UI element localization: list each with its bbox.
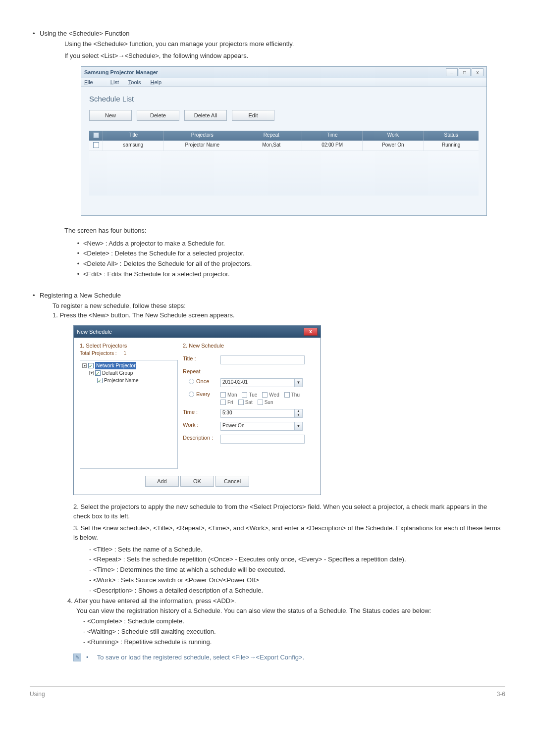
step2-text: 2. Select the projectors to apply the ne… xyxy=(73,502,505,521)
title-input[interactable] xyxy=(220,355,305,364)
section2-line2: 1. Press the <New> button. The New Sched… xyxy=(53,310,505,320)
section2-title: Registering a New Schedule xyxy=(40,292,121,299)
once-label: Once xyxy=(196,378,209,384)
close-icon[interactable]: x xyxy=(472,68,483,76)
menu-file[interactable]: File xyxy=(84,79,101,85)
section1-title: Using the <Schedule> Function xyxy=(40,30,129,37)
thu-checkbox[interactable] xyxy=(284,392,290,398)
term-repeat: - <Repeat> : Sets the schedule repetitio… xyxy=(89,554,505,565)
cell-projectors: Projector Name xyxy=(164,141,241,151)
tree-checkbox[interactable] xyxy=(97,378,103,383)
term-time: - <Time> : Determines the time at which … xyxy=(89,565,505,575)
tree-root[interactable]: Network Projector xyxy=(95,362,136,369)
add-button[interactable]: Add xyxy=(145,476,179,487)
total-projectors-value: 1 xyxy=(123,351,126,356)
mon-checkbox[interactable] xyxy=(220,392,226,398)
col-work[interactable]: Work xyxy=(363,131,424,141)
window-title: Samsung Projector Manager xyxy=(84,69,158,75)
dropdown-icon[interactable]: ▼ xyxy=(295,378,303,387)
btn-desc-delete: <Delete> : Deletes the Schedule for a se… xyxy=(83,249,245,259)
minimize-icon[interactable]: – xyxy=(446,68,458,76)
tree-leaf[interactable]: Projector Name xyxy=(104,377,138,384)
col-title[interactable]: Title xyxy=(103,131,164,141)
once-radio[interactable] xyxy=(189,379,194,384)
title-label: Title : xyxy=(183,355,217,361)
sun-checkbox[interactable] xyxy=(258,400,263,405)
delete-button[interactable]: Delete xyxy=(137,110,179,121)
work-label: Work : xyxy=(183,422,217,428)
total-projectors-label: Total Projectors : xyxy=(80,351,116,356)
note-text: To save or load the registered schedule,… xyxy=(97,654,304,661)
projector-tree[interactable]: ▾Network Projector ▾Default Group Projec… xyxy=(80,360,178,469)
tue-checkbox[interactable] xyxy=(242,392,247,398)
cell-time: 02:00 PM xyxy=(302,141,363,151)
status-running: - <Running> : Repetitive schedule is run… xyxy=(83,637,505,648)
cell-title: samsung xyxy=(103,141,164,151)
col-projectors[interactable]: Projectors xyxy=(164,131,241,141)
step4a-text: You can view the registration history of… xyxy=(76,606,505,616)
collapse-icon[interactable]: ▾ xyxy=(89,371,94,375)
time-input[interactable]: 5:30 xyxy=(220,409,295,418)
col-check[interactable] xyxy=(89,131,103,141)
menu-tools[interactable]: Tools xyxy=(128,79,141,85)
table-row[interactable]: samsung Projector Name Mon,Sat 02:00 PM … xyxy=(89,141,479,151)
description-label: Description : xyxy=(183,435,217,441)
btn-desc-delete-all: <Delete All> : Deletes the Schedule for … xyxy=(83,259,252,269)
schedule-grid: Title Projectors Repeat Time Work Status… xyxy=(89,131,479,196)
once-date-input[interactable]: 2010-02-01 xyxy=(220,378,295,387)
maximize-icon[interactable]: □ xyxy=(459,68,471,76)
collapse-icon[interactable]: ▾ xyxy=(82,363,87,368)
section1-line1: Using the <Schedule> function, you can m… xyxy=(64,39,505,49)
new-button[interactable]: New xyxy=(89,110,132,121)
select-projectors-heading: 1. Select Projectors xyxy=(80,343,178,349)
close-icon[interactable]: x xyxy=(304,328,318,336)
sat-checkbox[interactable] xyxy=(238,400,244,405)
menu-list[interactable]: List xyxy=(110,79,119,85)
fri-checkbox[interactable] xyxy=(220,400,226,405)
cancel-button[interactable]: Cancel xyxy=(215,476,249,487)
ok-button[interactable]: OK xyxy=(180,476,214,487)
buttons-intro: The screen has four buttons: xyxy=(64,226,505,236)
cell-repeat: Mon,Sat xyxy=(241,141,302,151)
col-status[interactable]: Status xyxy=(424,131,479,141)
note-icon: ✎ xyxy=(73,654,81,661)
btn-desc-edit: <Edit> : Edits the Schedule for a select… xyxy=(83,269,230,280)
tree-checkbox[interactable] xyxy=(95,370,101,376)
tree-group[interactable]: Default Group xyxy=(102,369,133,377)
term-title: - <Title> : Sets the name of a Schedule. xyxy=(89,545,505,555)
step3-text: 3. Set the <new schedule>, <Title>, <Rep… xyxy=(73,523,505,543)
edit-button[interactable]: Edit xyxy=(232,110,274,121)
tree-checkbox[interactable] xyxy=(88,363,94,368)
footer-right: 3-6 xyxy=(497,691,505,698)
bullet: • xyxy=(30,30,40,37)
delete-all-button[interactable]: Delete All xyxy=(184,110,227,121)
menu-help[interactable]: Help xyxy=(151,79,162,85)
work-select[interactable]: Power On xyxy=(220,422,295,431)
repeat-label: Repeat xyxy=(183,368,217,374)
term-work: - <Work> : Sets Source switch or <Power … xyxy=(89,575,505,586)
btn-desc-new: <New> : Adds a projector to make a Sched… xyxy=(83,239,225,249)
term-description: - <Description> : Shows a detailed descr… xyxy=(89,586,505,596)
days-group: Mon Tue Wed Thu Fri Sat Sun xyxy=(220,392,315,405)
new-schedule-dialog: New Schedule x 1. Select Projectors Tota… xyxy=(73,325,321,495)
dropdown-icon[interactable]: ▼ xyxy=(295,422,303,431)
footer-left: Using xyxy=(30,691,45,698)
dialog-title: New Schedule xyxy=(77,329,112,335)
every-radio[interactable] xyxy=(189,392,194,397)
step4-text: 4. After you have entered all the inform… xyxy=(67,596,505,606)
schedule-list-heading: Schedule List xyxy=(89,95,479,103)
section1-line2: If you select <List>→<Schedule>, the fol… xyxy=(64,51,505,61)
wed-checkbox[interactable] xyxy=(262,392,268,398)
col-time[interactable]: Time xyxy=(302,131,363,141)
spinner-icon[interactable]: ▲▼ xyxy=(295,409,303,418)
status-waiting: - <Waiting> : Schedule still awaiting ex… xyxy=(83,627,505,637)
cell-status: Running xyxy=(424,141,479,151)
status-complete: - <Complete> : Schedule complete. xyxy=(83,616,505,627)
description-input[interactable] xyxy=(220,435,305,444)
col-repeat[interactable]: Repeat xyxy=(241,131,302,141)
cell-work: Power On xyxy=(363,141,424,151)
bullet: • xyxy=(30,292,40,299)
section2-line1: To register a new schedule, follow these… xyxy=(53,301,505,311)
schedule-list-window: Samsung Projector Manager – □ x File Lis… xyxy=(81,66,487,216)
menubar: File List Tools Help xyxy=(81,78,486,87)
